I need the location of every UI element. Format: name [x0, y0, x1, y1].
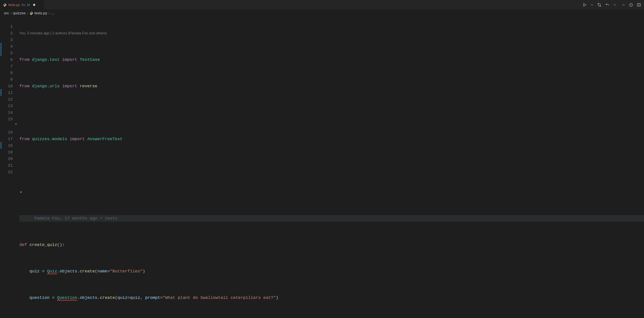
run-button[interactable] — [583, 3, 587, 7]
python-file-icon — [3, 3, 6, 6]
split-editor-icon[interactable] — [637, 3, 641, 7]
inline-blame: Pamela Fox, 17 months ago • tests — [34, 216, 117, 221]
chevron-right-icon: › — [48, 11, 50, 15]
svg-point-3 — [622, 4, 624, 5]
line-number-gutter: 12345678910111213141516171819202122 — [2, 17, 16, 318]
line-number: 16 — [2, 129, 13, 136]
gutters: 12345678910111213141516171819202122 ▶ — [0, 17, 20, 318]
diff-gutter — [0, 17, 2, 318]
editor-tab[interactable]: tests.py 9+, M — [0, 0, 44, 9]
line-number: 12 — [2, 96, 13, 103]
unsaved-dot-icon — [33, 4, 35, 6]
sparkle-icon[interactable]: ✦ — [20, 190, 22, 194]
copilot-icon[interactable] — [629, 3, 633, 7]
chevron-right-icon: › — [27, 11, 28, 15]
code-line: def create_quiz(): — [20, 242, 644, 248]
fold-gutter: ▶ — [16, 17, 20, 318]
tab-modified-badge: 9+, M — [22, 3, 30, 6]
code-line — [20, 109, 644, 116]
code-line: from quizzes.models import AnswerFreeTex… — [20, 136, 644, 142]
code-line — [20, 162, 644, 169]
tab-bar-spacer — [44, 0, 580, 9]
breadcrumb-more[interactable]: ... — [51, 11, 54, 15]
python-file-icon — [30, 11, 33, 15]
breadcrumb-seg-2[interactable]: tests.py — [34, 11, 48, 15]
line-number: 18 — [2, 142, 13, 149]
line-number: 10 — [2, 83, 13, 89]
line-number: 13 — [2, 103, 13, 109]
code-line-current: Pamela Fox, 17 months ago • tests — [20, 215, 644, 222]
line-number: 21 — [2, 162, 13, 169]
line-number: 20 — [2, 156, 13, 162]
breadcrumb[interactable]: src › quizzes › tests.py › ... — [0, 10, 644, 17]
svg-point-4 — [630, 3, 632, 6]
line-number: 2 — [2, 30, 13, 36]
breadcrumb-seg-0[interactable]: src — [4, 11, 9, 15]
tab-filename: tests.py — [8, 3, 20, 6]
line-number: 11 — [2, 89, 13, 96]
line-number: 9 — [2, 76, 13, 83]
line-number: 7 — [2, 63, 13, 70]
nav-back-icon[interactable] — [613, 3, 617, 7]
svg-point-0 — [598, 3, 599, 4]
git-compare-icon[interactable] — [597, 3, 601, 7]
nav-forward-icon[interactable] — [621, 3, 625, 7]
tab-bar: tests.py 9+, M — [0, 0, 644, 10]
revert-icon[interactable] — [605, 3, 609, 7]
line-number: 15 — [2, 116, 13, 122]
code-line: ✦ — [20, 189, 644, 195]
line-number: 14 — [2, 109, 13, 116]
line-number: 22 — [2, 169, 13, 175]
line-number: 19 — [2, 149, 13, 156]
code-line: from django.test import TestCase — [20, 56, 644, 63]
line-number: 1 — [2, 23, 13, 30]
editor[interactable]: 12345678910111213141516171819202122 ▶ Yo… — [0, 17, 644, 318]
line-number: 5 — [2, 50, 13, 56]
code-line: from django.urls import reverse — [20, 83, 644, 89]
codelens-top[interactable]: You, 5 minutes ago | 2 authors (Pamela F… — [20, 30, 644, 36]
breadcrumb-seg-1[interactable]: quizzes — [13, 11, 26, 15]
chevron-right-icon: › — [10, 11, 12, 15]
editor-actions — [580, 0, 644, 9]
svg-point-1 — [600, 5, 601, 6]
run-dropdown[interactable] — [591, 3, 593, 6]
line-number: 3 — [2, 36, 13, 43]
line-number: 8 — [2, 70, 13, 76]
line-number: 6 — [2, 56, 13, 63]
fold-arrow-icon[interactable]: ▶ — [16, 121, 17, 127]
line-number: 4 — [2, 43, 13, 50]
code-line: quiz = Quiz.objects.create(name="Butterf… — [20, 268, 644, 275]
code-line: question = Question.objects.create(quiz=… — [20, 295, 644, 301]
svg-point-2 — [615, 4, 616, 5]
line-number: 17 — [2, 136, 13, 142]
code-area[interactable]: You, 5 minutes ago | 2 authors (Pamela F… — [20, 17, 644, 318]
